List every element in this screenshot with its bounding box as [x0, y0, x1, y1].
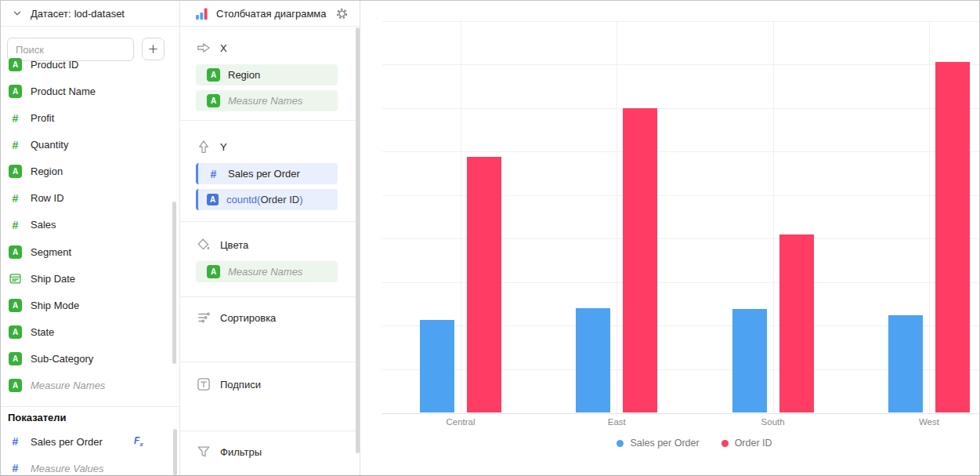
section-x-label: X [220, 42, 227, 54]
bar-order-id-central[interactable] [467, 157, 501, 412]
gear-icon[interactable] [335, 7, 349, 20]
dataset-name: lod-dataset [74, 8, 125, 20]
section-divider [180, 296, 360, 297]
config-scrollbar-thumb[interactable] [356, 27, 360, 453]
paint-bucket-icon [197, 238, 211, 252]
chart-type-label[interactable]: Столбчатая диаграмма [216, 8, 327, 20]
string-field-icon: A [9, 299, 22, 312]
legend-item-sales-per-order[interactable]: Sales per Order [617, 438, 699, 449]
field-label: Profit [31, 112, 54, 124]
chip-y-order-id[interactable]: Acountd(Order ID) [196, 189, 338, 210]
string-field-icon: A [9, 165, 22, 178]
string-field-icon: A [207, 68, 220, 82]
category-label: West [874, 417, 980, 427]
chevron-down-icon[interactable] [12, 8, 23, 19]
field-row[interactable]: ASub-Category [1, 345, 172, 372]
string-field-icon: A [9, 58, 22, 71]
string-field-icon: A [207, 265, 220, 278]
fields-scrollbar-thumb[interactable] [172, 202, 176, 364]
measure-row[interactable]: #Sales per OrderFx [1, 428, 172, 455]
number-field-icon: # [9, 112, 22, 125]
dataset-header[interactable]: Датасет:lod-dataset [1, 1, 179, 27]
dataset-title: Датасет:lod-dataset [31, 8, 125, 20]
bar-order-id-south[interactable] [779, 234, 814, 413]
field-row[interactable]: AShip Mode [1, 292, 172, 318]
gridline-horizontal [382, 108, 980, 109]
chip-y-sales-per-order[interactable]: #Sales per Order [196, 163, 338, 184]
legend-dot [721, 440, 729, 447]
chip-label: Sales per Order [228, 168, 300, 180]
bar-sales-per-order-west[interactable] [888, 315, 923, 412]
number-field-icon: # [9, 192, 22, 205]
field-row[interactable]: #Sales [1, 212, 172, 238]
field-row[interactable]: Ship Date [1, 265, 172, 292]
number-field-icon: # [9, 435, 22, 448]
category-label: Central [406, 417, 515, 427]
number-field-icon: # [9, 219, 22, 231]
section-divider [180, 431, 360, 431]
formula-function: countd( [226, 194, 260, 205]
field-label: Segment [31, 246, 71, 258]
string-field-icon: A [207, 94, 220, 107]
chip-x-region[interactable]: ARegion [196, 64, 338, 85]
section-divider [180, 362, 360, 362]
measure-label: Measure Values [31, 463, 103, 474]
string-field-icon: A [9, 379, 22, 392]
chip-colors-measure-names[interactable]: AMeasure Names [196, 261, 338, 282]
field-row[interactable]: #Quantity [1, 132, 172, 158]
field-row[interactable]: AProduct ID [1, 52, 172, 78]
field-row[interactable]: ARegion [1, 158, 172, 185]
chart-legend: Sales per OrderOrder ID [382, 438, 980, 449]
section-divider [180, 221, 360, 222]
measures-divider [1, 406, 179, 407]
measure-row[interactable]: #Measure Values [1, 455, 172, 476]
field-label: Sales [31, 219, 56, 231]
field-row[interactable]: #Profit [1, 105, 172, 132]
category-label: South [718, 417, 828, 427]
field-label: Measure Names [31, 380, 105, 391]
string-field-icon: A [207, 194, 219, 205]
gridline-vertical [461, 21, 461, 413]
field-row[interactable]: ASegment [1, 238, 172, 265]
chart-preview: CentralEastSouthWest Sales per OrderOrde… [361, 1, 980, 475]
field-row[interactable]: AMeasure Names [1, 372, 172, 398]
legend-label: Order ID [735, 438, 772, 449]
legend-label: Sales per Order [630, 438, 699, 449]
field-row[interactable]: AState [1, 318, 172, 345]
bar-sales-per-order-south[interactable] [732, 309, 767, 412]
gridline-horizontal [382, 64, 980, 65]
measures-scrollbar-thumb[interactable] [173, 429, 177, 475]
gridline-vertical [929, 21, 930, 413]
field-row[interactable]: #Row ID [1, 185, 172, 212]
number-field-icon: # [9, 139, 22, 151]
field-row[interactable]: AProduct Name [1, 78, 172, 105]
section-colors-label: Цвета [220, 239, 248, 251]
section-sort-label: Сортировка [220, 312, 276, 324]
chip-label: Measure Names [228, 266, 302, 278]
funnel-icon [197, 445, 211, 459]
number-field-icon: # [9, 462, 22, 474]
string-field-icon: A [9, 325, 22, 339]
measures-section-title: Показатели [8, 412, 67, 423]
section-sort-header: Сортировка [197, 310, 276, 325]
section-filters-header: Фильтры [197, 444, 262, 460]
dataset-panel: Датасет:lod-dataset AProduct IDAProduct … [1, 1, 180, 475]
section-divider [180, 120, 360, 121]
datalens-wizard-window: Датасет:lod-dataset AProduct IDAProduct … [0, 0, 980, 476]
bar-chart-icon[interactable] [195, 7, 208, 20]
chip-label: countd(Order ID) [226, 194, 303, 205]
formula-fx-badge[interactable]: Fx [134, 435, 143, 448]
chip-x-measure-names[interactable]: AMeasure Names [196, 90, 338, 111]
field-label: Ship Date [31, 273, 75, 285]
measure-label: Sales per Order [31, 436, 103, 448]
bar-sales-per-order-central[interactable] [420, 320, 454, 412]
bar-order-id-west[interactable] [935, 62, 970, 413]
legend-item-order-id[interactable]: Order ID [721, 438, 772, 449]
field-label: Ship Mode [31, 300, 79, 311]
bar-sales-per-order-east[interactable] [576, 308, 610, 412]
calendar-icon [9, 272, 22, 285]
field-label: Product ID [31, 59, 78, 71]
bar-order-id-east[interactable] [623, 108, 657, 413]
section-x-header: X [197, 40, 227, 56]
category-label: East [562, 417, 671, 427]
